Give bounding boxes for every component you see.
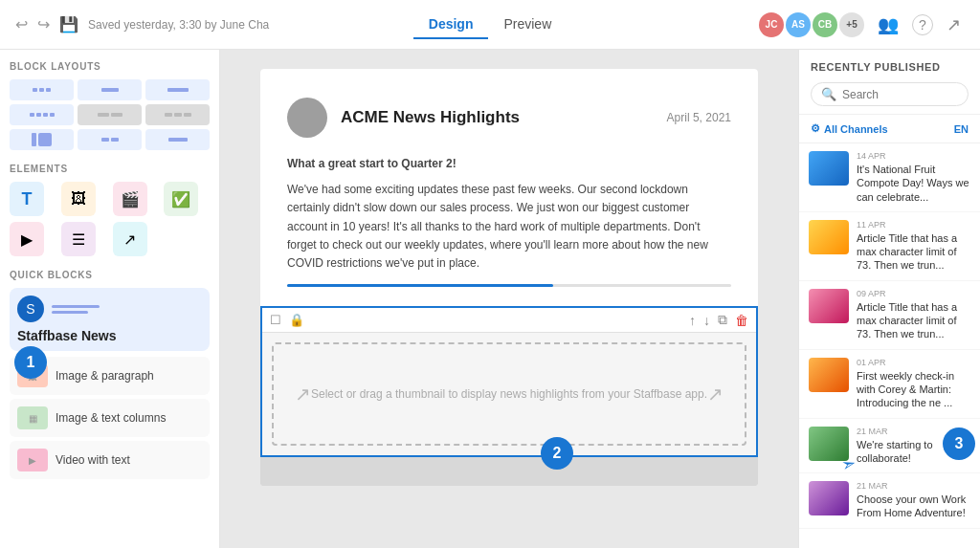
selected-block[interactable]: ☐ 🔒 ↑ ↓ ⧉ 🗑 ↗ Select or drag a thumbnail… [260,306,758,457]
email-canvas: ACME News Highlights April 5, 2021 What … [260,69,758,486]
tab-design[interactable]: Design [413,11,489,39]
right-sidebar: RECENTLY PUBLISHED 🔍 ⚙ All Channels EN 1… [798,50,980,548]
staffbase-logo: S [17,296,44,322]
tab-preview[interactable]: Preview [488,11,567,39]
article-date-1: 11 APR [857,220,970,230]
article-title-2: Article Title that has a max character l… [857,300,970,341]
elem-text[interactable]: T [10,182,44,216]
help-icon[interactable]: ? [912,14,933,35]
search-icon: 🔍 [821,87,836,101]
block-item-7[interactable] [10,129,74,150]
article-thumb-3 [809,358,849,392]
search-input[interactable] [842,88,958,101]
align-icon: 🔒 [289,313,304,327]
filter-icon: ⚙ [811,122,820,135]
email-title-block: ACME News Highlights [341,108,654,127]
elem-share[interactable]: ↗ [113,222,147,256]
email-progress-bar [287,284,553,287]
block-item-2[interactable] [78,79,142,100]
email-intro: What a great start to Quarter 2! [287,155,731,173]
up-icon[interactable]: ↑ [689,313,696,328]
callout-2: 2 [541,437,573,470]
block-item-4[interactable] [10,104,74,125]
article-title-5: Choose your own Work From Home Adventure… [857,493,970,520]
elem-video[interactable]: 🎬 [113,182,147,216]
share-icon[interactable]: ↗ [943,11,965,39]
article-title-3: First weekly check-in with Corey & Marti… [857,369,970,410]
qb-label-vid-text: Video with text [56,453,130,467]
elem-play[interactable]: ▶ [10,222,44,256]
elements-grid: T 🖼 🎬 ✅ ▶ ☰ ↗ [10,182,210,256]
topbar: ↩ ↪ 💾 Saved yesterday, 3:30 by June Cha … [0,0,980,50]
article-5[interactable]: 21 MAR Choose your own Work From Home Ad… [799,473,980,529]
avatar-jc: JC [759,12,784,37]
topbar-right: JC AS CB +5 👥 ? ↗ [578,11,965,39]
qb-icon-row: S [17,296,100,322]
article-thumb-5 [809,481,849,515]
canvas-area: ACME News Highlights April 5, 2021 What … [220,50,798,548]
elem-check[interactable]: ✅ [164,182,198,216]
article-2[interactable]: 09 APR Article Title that has a max char… [799,281,980,350]
article-info-2: 09 APR Article Title that has a max char… [857,289,970,341]
article-3[interactable]: 01 APR First weekly check-in with Corey … [799,350,980,419]
lock-icon: ☐ [270,313,281,327]
rs-filter: ⚙ All Channels EN [799,115,980,143]
people-icon[interactable]: 👥 [874,11,902,39]
qb-lines [52,305,100,314]
email-avatar [287,98,327,138]
drop-arrow-right: ↗ [707,383,724,406]
article-info-3: 01 APR First weekly check-in with Corey … [857,358,970,410]
staffbase-news-block[interactable]: S Staffbase News [10,288,210,351]
avatar-group: JC AS CB +5 [759,12,864,37]
callout-1: 1 [14,346,47,379]
save-icon[interactable]: 💾 [59,15,78,33]
qb-label-img-col: Image & text columns [56,411,166,425]
sb-right-icons: ↑ ↓ ⧉ 🗑 [689,312,748,328]
topbar-center: Design Preview [413,11,567,39]
article-thumb-1 [809,220,849,254]
avatar-as: AS [786,12,811,37]
duplicate-icon[interactable]: ⧉ [718,312,727,328]
redo-icon[interactable]: ↪ [37,15,50,33]
main-wrapper: 1 2 3 ➣ BLOCK LAYOUTS ELEMENTS [0,50,980,548]
block-item-9[interactable] [145,129,210,150]
email-body: We've had some exciting updates these pa… [287,181,731,273]
rs-header: RECENTLY PUBLISHED 🔍 [799,50,980,115]
down-icon[interactable]: ↓ [703,313,710,328]
callout-3: 3 [943,427,975,460]
elem-image[interactable]: 🖼 [61,182,96,216]
elem-list[interactable]: ☰ [61,222,96,256]
filter-label: All Channels [824,123,888,135]
drop-zone[interactable]: ↗ Select or drag a thumbnail to display … [272,342,746,446]
block-layouts-label: BLOCK LAYOUTS [10,61,210,72]
article-date-3: 01 APR [857,358,970,367]
article-0[interactable]: 14 APR It's National Fruit Compote Day! … [799,143,980,212]
undo-icon[interactable]: ↩ [15,15,28,33]
article-info-5: 21 MAR Choose your own Work From Home Ad… [857,481,970,520]
block-item-5[interactable] [78,104,142,125]
avatar-cb: CB [813,12,837,37]
rs-search-box[interactable]: 🔍 [811,82,969,106]
elements-label: ELEMENTS [10,164,210,174]
block-item-6[interactable] [145,104,210,125]
qb-image-text-columns[interactable]: ▦ Image & text columns [10,399,210,437]
filter-all-channels[interactable]: ⚙ All Channels [811,122,888,135]
block-grid [10,79,210,150]
avatar-count: +5 [839,12,864,37]
qb-thumb-col: ▦ [17,406,48,429]
email-date: April 5, 2021 [667,111,731,124]
drop-text: Select or drag a thumbnail to display ne… [311,387,707,401]
article-1[interactable]: 11 APR Article Title that has a max char… [799,212,980,281]
email-content: ACME News Highlights April 5, 2021 What … [260,69,758,306]
qb-video-text[interactable]: ▶ Video with text [10,441,210,479]
email-progress-track [287,284,731,287]
block-item-8[interactable] [78,129,142,150]
filter-lang[interactable]: EN [954,123,969,135]
block-item-1[interactable] [10,79,74,100]
selected-block-toolbar: ☐ 🔒 ↑ ↓ ⧉ 🗑 [262,308,756,333]
rs-title: RECENTLY PUBLISHED [811,61,969,73]
block-item-3[interactable] [145,79,210,100]
main: BLOCK LAYOUTS ELEMENTS T 🖼 🎬 ✅ [0,50,980,548]
delete-icon[interactable]: 🗑 [735,313,748,328]
email-title: ACME News Highlights [341,108,654,127]
